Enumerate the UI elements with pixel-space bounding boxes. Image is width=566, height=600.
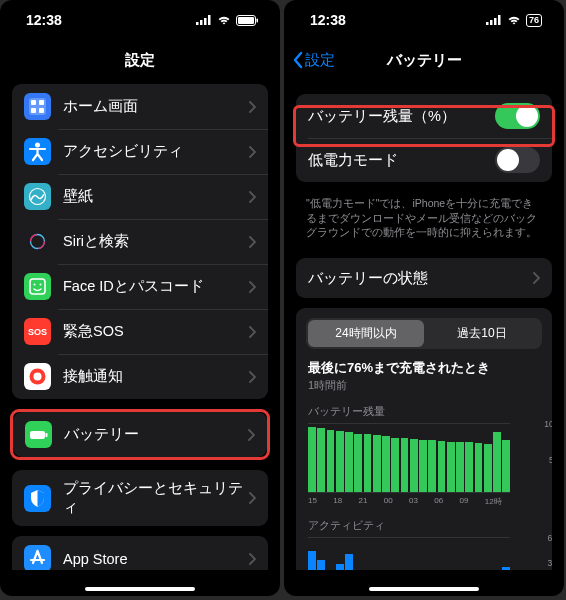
settings-row-appstore[interactable]: App Store bbox=[12, 536, 268, 570]
svg-rect-9 bbox=[39, 100, 44, 105]
svg-rect-37 bbox=[490, 20, 493, 25]
svg-point-19 bbox=[40, 284, 42, 286]
settings-list[interactable]: ホーム画面アクセシビリティ壁紙Siriと検索Face IDとパスコードSOS緊急… bbox=[0, 80, 280, 570]
faceid-icon bbox=[24, 273, 51, 300]
segment-24h[interactable]: 24時間以内 bbox=[308, 320, 424, 347]
home-icon bbox=[24, 93, 51, 120]
chevron-right-icon bbox=[249, 236, 256, 248]
settings-row-faceid[interactable]: Face IDとパスコード bbox=[12, 264, 268, 309]
row-label: アクセシビリティ bbox=[63, 142, 249, 161]
settings-row-privacy[interactable]: プライバシーとセキュリティ bbox=[12, 470, 268, 526]
battery-health-row[interactable]: バッテリーの状態 bbox=[296, 258, 552, 298]
chevron-right-icon bbox=[248, 429, 255, 441]
chevron-right-icon bbox=[249, 492, 256, 504]
svg-rect-23 bbox=[30, 431, 45, 439]
chevron-right-icon bbox=[249, 146, 256, 158]
y-tick: 100% bbox=[544, 419, 552, 429]
svg-rect-17 bbox=[30, 279, 45, 294]
y-tick: 30分 bbox=[548, 558, 552, 570]
exposure-icon bbox=[24, 363, 51, 390]
accessibility-icon bbox=[24, 138, 51, 165]
page-title: 設定 bbox=[125, 51, 155, 70]
chevron-right-icon bbox=[249, 191, 256, 203]
page-title: バッテリー bbox=[387, 51, 462, 70]
signal-icon bbox=[196, 15, 212, 25]
x-axis: 1518210003060912時 bbox=[308, 496, 540, 507]
row-label: バッテリー bbox=[64, 425, 248, 444]
row-label: バッテリーの状態 bbox=[308, 269, 533, 288]
low-power-mode-row[interactable]: 低電力モード bbox=[296, 138, 552, 182]
svg-rect-36 bbox=[486, 22, 489, 25]
status-bar: 12:38 bbox=[0, 0, 280, 40]
chevron-right-icon bbox=[249, 101, 256, 113]
home-indicator[interactable] bbox=[85, 587, 195, 591]
battery-content[interactable]: バッテリー残量（%） 低電力モード "低電力モード"では、iPhoneを十分に充… bbox=[284, 80, 564, 570]
svg-text:SOS: SOS bbox=[28, 327, 47, 337]
y-tick: 60分 bbox=[548, 533, 552, 545]
chevron-right-icon bbox=[249, 281, 256, 293]
navbar: 設定 バッテリー bbox=[284, 40, 564, 80]
low-power-description: "低電力モード"では、iPhoneを十分に充電できるまでダウンロードやメール受信… bbox=[284, 192, 564, 248]
settings-row-battery[interactable]: バッテリー bbox=[13, 412, 267, 457]
settings-row-accessibility[interactable]: アクセシビリティ bbox=[12, 129, 268, 174]
navbar: 設定 bbox=[0, 40, 280, 80]
row-label: 壁紙 bbox=[63, 187, 249, 206]
row-label: バッテリー残量（%） bbox=[308, 107, 495, 126]
svg-rect-24 bbox=[46, 433, 48, 437]
svg-point-12 bbox=[35, 143, 40, 148]
chevron-right-icon bbox=[249, 553, 256, 565]
last-charge-title: 最後に76%まで充電されたとき bbox=[308, 359, 540, 377]
battery-percentage-toggle[interactable] bbox=[495, 103, 540, 129]
settings-row-exposure[interactable]: 接触通知 bbox=[12, 354, 268, 399]
svg-rect-6 bbox=[257, 18, 259, 22]
battery-icon bbox=[25, 421, 52, 448]
back-button[interactable]: 設定 bbox=[292, 51, 335, 70]
svg-rect-1 bbox=[200, 20, 203, 25]
status-time: 12:38 bbox=[310, 12, 346, 28]
row-label: 緊急SOS bbox=[63, 322, 249, 341]
chevron-right-icon bbox=[249, 326, 256, 338]
settings-row-wallpaper[interactable]: 壁紙 bbox=[12, 174, 268, 219]
svg-rect-11 bbox=[39, 108, 44, 113]
segment-10d[interactable]: 過去10日 bbox=[424, 320, 540, 347]
row-label: 低電力モード bbox=[308, 151, 495, 170]
wifi-icon bbox=[217, 15, 231, 25]
settings-row-sos[interactable]: SOS緊急SOS bbox=[12, 309, 268, 354]
settings-row-siri[interactable]: Siriと検索 bbox=[12, 219, 268, 264]
row-label: Siriと検索 bbox=[63, 232, 249, 251]
row-label: プライバシーとセキュリティ bbox=[63, 479, 249, 517]
chevron-left-icon bbox=[292, 51, 303, 69]
home-indicator[interactable] bbox=[369, 587, 479, 591]
sos-icon: SOS bbox=[24, 318, 51, 345]
svg-rect-38 bbox=[494, 18, 497, 25]
y-tick: 50% bbox=[549, 455, 552, 465]
left-phone: 12:38 設定 ホーム画面アクセシビリティ壁紙Siriと検索Face IDとパ… bbox=[0, 0, 280, 596]
svg-rect-0 bbox=[196, 22, 199, 25]
wifi-icon bbox=[507, 15, 521, 25]
signal-icon bbox=[486, 15, 502, 25]
svg-rect-2 bbox=[204, 18, 207, 25]
svg-point-18 bbox=[34, 284, 36, 286]
battery-percentage-row[interactable]: バッテリー残量（%） bbox=[296, 94, 552, 138]
battery-percentage-icon: 76 bbox=[526, 14, 542, 27]
low-power-mode-toggle[interactable] bbox=[495, 147, 540, 173]
status-right bbox=[196, 15, 258, 26]
svg-rect-8 bbox=[31, 100, 36, 105]
right-phone: 12:38 76 設定 バッテリー バッテリー残量（%） 低電力モード bbox=[284, 0, 564, 596]
back-label: 設定 bbox=[305, 51, 335, 70]
chevron-right-icon bbox=[533, 272, 540, 284]
row-label: Face IDとパスコード bbox=[63, 277, 249, 296]
status-right: 76 bbox=[486, 14, 542, 27]
settings-row-home[interactable]: ホーム画面 bbox=[12, 84, 268, 129]
privacy-icon bbox=[24, 485, 51, 512]
svg-rect-3 bbox=[208, 15, 211, 25]
appstore-icon bbox=[24, 545, 51, 570]
svg-point-22 bbox=[34, 373, 42, 381]
chevron-right-icon bbox=[249, 371, 256, 383]
time-range-segment[interactable]: 24時間以内 過去10日 bbox=[306, 318, 542, 349]
row-label: 接触通知 bbox=[63, 367, 249, 386]
svg-rect-5 bbox=[238, 17, 254, 24]
wallpaper-icon bbox=[24, 183, 51, 210]
svg-rect-39 bbox=[498, 15, 501, 25]
status-time: 12:38 bbox=[26, 12, 62, 28]
